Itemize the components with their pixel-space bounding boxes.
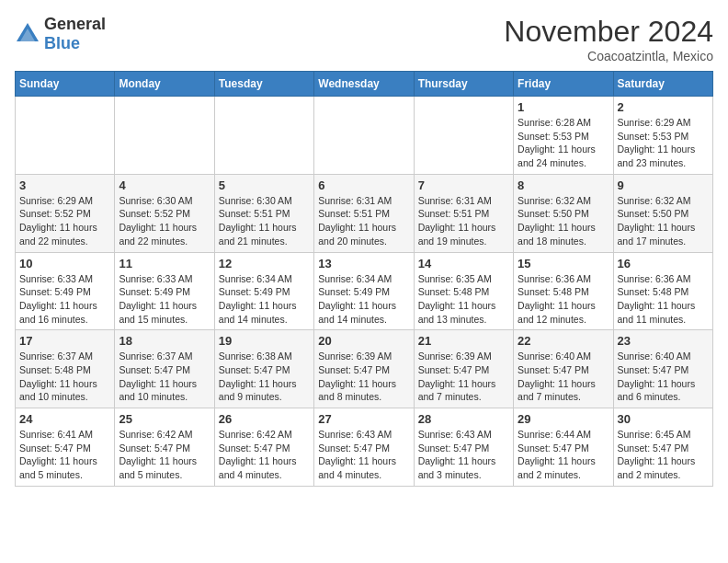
day-header-friday: Friday (514, 72, 613, 97)
day-info: Sunrise: 6:36 AMSunset: 5:48 PMDaylight:… (518, 272, 609, 327)
day-number: 26 (219, 412, 310, 426)
day-number: 13 (318, 257, 409, 270)
calendar-week-row: 1Sunrise: 6:28 AMSunset: 5:53 PMDaylight… (16, 97, 713, 175)
calendar-week-row: 17Sunrise: 6:37 AMSunset: 5:48 PMDayligh… (16, 330, 713, 408)
calendar-cell: 17Sunrise: 6:37 AMSunset: 5:48 PMDayligh… (16, 330, 115, 408)
day-info: Sunrise: 6:29 AMSunset: 5:53 PMDaylight:… (618, 116, 709, 170)
calendar-cell: 14Sunrise: 6:35 AMSunset: 5:48 PMDayligh… (414, 252, 513, 330)
day-info: Sunrise: 6:42 AMSunset: 5:47 PMDaylight:… (219, 428, 310, 482)
logo: General Blue (15, 15, 106, 53)
day-info: Sunrise: 6:39 AMSunset: 5:47 PMDaylight:… (418, 350, 509, 404)
day-number: 22 (518, 334, 609, 348)
day-info: Sunrise: 6:42 AMSunset: 5:47 PMDaylight:… (119, 428, 210, 482)
calendar-cell: 6Sunrise: 6:31 AMSunset: 5:51 PMDaylight… (314, 174, 414, 252)
day-header-monday: Monday (115, 72, 214, 97)
calendar-cell: 28Sunrise: 6:43 AMSunset: 5:47 PMDayligh… (414, 408, 513, 487)
calendar-header-row: SundayMondayTuesdayWednesdayThursdayFrid… (16, 72, 713, 97)
day-info: Sunrise: 6:40 AMSunset: 5:47 PMDaylight:… (618, 350, 709, 404)
calendar-week-row: 24Sunrise: 6:41 AMSunset: 5:47 PMDayligh… (16, 408, 713, 487)
day-number: 21 (418, 334, 509, 348)
location-subtitle: Coacoatzintla, Mexico (504, 49, 713, 63)
day-number: 24 (19, 412, 110, 426)
day-header-sunday: Sunday (16, 72, 115, 97)
calendar-cell: 9Sunrise: 6:32 AMSunset: 5:50 PMDaylight… (613, 174, 712, 252)
day-number: 14 (418, 257, 509, 270)
day-header-thursday: Thursday (414, 72, 513, 97)
calendar-cell: 23Sunrise: 6:40 AMSunset: 5:47 PMDayligh… (613, 330, 712, 408)
day-info: Sunrise: 6:28 AMSunset: 5:53 PMDaylight:… (518, 116, 609, 170)
day-info: Sunrise: 6:35 AMSunset: 5:48 PMDaylight:… (418, 272, 509, 327)
calendar-cell: 12Sunrise: 6:34 AMSunset: 5:49 PMDayligh… (214, 252, 313, 330)
day-number: 29 (518, 412, 609, 426)
day-info: Sunrise: 6:36 AMSunset: 5:48 PMDaylight:… (618, 272, 709, 327)
calendar-cell: 20Sunrise: 6:39 AMSunset: 5:47 PMDayligh… (314, 330, 414, 408)
calendar-cell: 24Sunrise: 6:41 AMSunset: 5:47 PMDayligh… (16, 408, 115, 487)
day-number: 17 (19, 334, 110, 348)
day-number: 1 (518, 100, 609, 114)
calendar-cell (115, 97, 214, 175)
calendar-cell: 21Sunrise: 6:39 AMSunset: 5:47 PMDayligh… (414, 330, 513, 408)
calendar-cell (214, 97, 313, 175)
calendar-cell: 1Sunrise: 6:28 AMSunset: 5:53 PMDaylight… (514, 97, 613, 175)
calendar-cell: 29Sunrise: 6:44 AMSunset: 5:47 PMDayligh… (514, 408, 613, 487)
calendar-cell: 19Sunrise: 6:38 AMSunset: 5:47 PMDayligh… (214, 330, 313, 408)
calendar-cell: 10Sunrise: 6:33 AMSunset: 5:49 PMDayligh… (16, 252, 115, 330)
day-number: 4 (119, 178, 210, 192)
calendar-cell: 8Sunrise: 6:32 AMSunset: 5:50 PMDaylight… (514, 174, 613, 252)
day-number: 3 (19, 178, 110, 192)
day-info: Sunrise: 6:45 AMSunset: 5:47 PMDaylight:… (618, 428, 709, 482)
day-number: 27 (318, 412, 409, 426)
calendar-week-row: 3Sunrise: 6:29 AMSunset: 5:52 PMDaylight… (16, 174, 713, 252)
day-number: 28 (418, 412, 509, 426)
calendar-cell: 16Sunrise: 6:36 AMSunset: 5:48 PMDayligh… (613, 252, 712, 330)
calendar-cell (414, 97, 513, 175)
calendar-cell: 13Sunrise: 6:34 AMSunset: 5:49 PMDayligh… (314, 252, 414, 330)
day-number: 19 (219, 334, 310, 348)
day-number: 30 (618, 412, 709, 426)
calendar-cell: 7Sunrise: 6:31 AMSunset: 5:51 PMDaylight… (414, 174, 513, 252)
day-info: Sunrise: 6:41 AMSunset: 5:47 PMDaylight:… (19, 428, 110, 482)
day-number: 7 (418, 178, 509, 192)
calendar-cell: 22Sunrise: 6:40 AMSunset: 5:47 PMDayligh… (514, 330, 613, 408)
day-number: 2 (618, 100, 709, 114)
calendar-cell (314, 97, 414, 175)
day-info: Sunrise: 6:43 AMSunset: 5:47 PMDaylight:… (318, 428, 409, 482)
calendar-cell (16, 97, 115, 175)
day-number: 5 (219, 178, 310, 192)
day-info: Sunrise: 6:38 AMSunset: 5:47 PMDaylight:… (219, 350, 310, 404)
day-info: Sunrise: 6:40 AMSunset: 5:47 PMDaylight:… (518, 350, 609, 404)
day-number: 25 (119, 412, 210, 426)
day-number: 6 (318, 178, 409, 192)
day-info: Sunrise: 6:32 AMSunset: 5:50 PMDaylight:… (518, 194, 609, 248)
calendar-table: SundayMondayTuesdayWednesdayThursdayFrid… (15, 71, 713, 487)
day-info: Sunrise: 6:39 AMSunset: 5:47 PMDaylight:… (318, 350, 409, 404)
calendar-cell: 27Sunrise: 6:43 AMSunset: 5:47 PMDayligh… (314, 408, 414, 487)
day-info: Sunrise: 6:31 AMSunset: 5:51 PMDaylight:… (418, 194, 509, 248)
calendar-cell: 2Sunrise: 6:29 AMSunset: 5:53 PMDaylight… (613, 97, 712, 175)
day-info: Sunrise: 6:44 AMSunset: 5:47 PMDaylight:… (518, 428, 609, 482)
day-number: 20 (318, 334, 409, 348)
day-info: Sunrise: 6:33 AMSunset: 5:49 PMDaylight:… (19, 272, 110, 327)
day-number: 18 (119, 334, 210, 348)
day-number: 12 (219, 257, 310, 270)
day-info: Sunrise: 6:30 AMSunset: 5:52 PMDaylight:… (119, 194, 210, 248)
day-info: Sunrise: 6:34 AMSunset: 5:49 PMDaylight:… (318, 272, 409, 327)
day-number: 16 (618, 257, 709, 270)
day-info: Sunrise: 6:32 AMSunset: 5:50 PMDaylight:… (618, 194, 709, 248)
calendar-cell: 26Sunrise: 6:42 AMSunset: 5:47 PMDayligh… (214, 408, 313, 487)
day-info: Sunrise: 6:34 AMSunset: 5:49 PMDaylight:… (219, 272, 310, 327)
logo-general-text: General (44, 15, 106, 33)
calendar-cell: 11Sunrise: 6:33 AMSunset: 5:49 PMDayligh… (115, 252, 214, 330)
calendar-cell: 25Sunrise: 6:42 AMSunset: 5:47 PMDayligh… (115, 408, 214, 487)
day-header-tuesday: Tuesday (214, 72, 313, 97)
calendar-cell: 30Sunrise: 6:45 AMSunset: 5:47 PMDayligh… (613, 408, 712, 487)
day-info: Sunrise: 6:31 AMSunset: 5:51 PMDaylight:… (318, 194, 409, 248)
day-info: Sunrise: 6:29 AMSunset: 5:52 PMDaylight:… (19, 194, 110, 248)
day-info: Sunrise: 6:33 AMSunset: 5:49 PMDaylight:… (119, 272, 210, 327)
day-number: 9 (618, 178, 709, 192)
logo-blue-text: Blue (44, 34, 80, 52)
day-number: 23 (618, 334, 709, 348)
day-header-wednesday: Wednesday (314, 72, 414, 97)
calendar-cell: 18Sunrise: 6:37 AMSunset: 5:47 PMDayligh… (115, 330, 214, 408)
logo-icon (15, 21, 40, 47)
